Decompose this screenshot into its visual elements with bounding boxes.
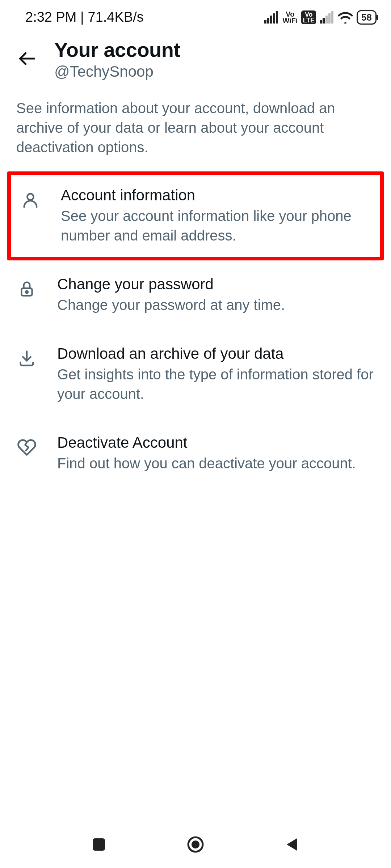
- svg-marker-17: [287, 838, 297, 851]
- back-button[interactable]: [14, 46, 40, 71]
- header: Your account @TechySnoop: [0, 34, 391, 88]
- item-title: Account information: [61, 187, 371, 204]
- status-time: 2:32 PM | 71.4KB/s: [25, 9, 144, 25]
- item-change-password[interactable]: Change your password Change your passwor…: [0, 260, 391, 330]
- triangle-left-icon: [285, 837, 300, 852]
- svg-rect-0: [264, 20, 266, 24]
- svg-rect-14: [93, 838, 105, 851]
- svg-rect-2: [270, 16, 272, 24]
- vowifi-icon: Vo WiFi: [282, 11, 298, 24]
- item-desc: Get insights into the type of informatio…: [57, 365, 375, 404]
- item-account-information[interactable]: Account information See your account inf…: [7, 171, 384, 260]
- svg-rect-4: [276, 11, 278, 24]
- svg-rect-9: [331, 11, 333, 24]
- svg-rect-7: [325, 16, 328, 24]
- square-icon: [91, 837, 106, 852]
- person-icon: [20, 190, 41, 210]
- page-title: Your account: [54, 38, 180, 61]
- item-desc: See your account information like your p…: [61, 206, 371, 245]
- item-desc: Change your password at any time.: [57, 295, 285, 315]
- svg-rect-5: [320, 20, 322, 24]
- lock-icon: [16, 278, 37, 299]
- item-download-archive[interactable]: Download an archive of your data Get ins…: [0, 330, 391, 419]
- svg-rect-8: [328, 13, 331, 24]
- settings-list: Account information See your account inf…: [0, 171, 391, 488]
- item-title: Change your password: [57, 276, 285, 293]
- item-title: Download an archive of your data: [57, 345, 375, 362]
- signal-full-icon: [264, 11, 279, 24]
- volte-icon: Vo LTE: [301, 10, 316, 24]
- battery-icon: 58: [357, 10, 377, 25]
- svg-rect-3: [273, 13, 275, 24]
- status-indicators: Vo WiFi Vo LTE 58: [264, 10, 377, 25]
- signal-partial-icon: [320, 11, 334, 24]
- item-deactivate-account[interactable]: Deactivate Account Find out how you can …: [0, 419, 391, 488]
- header-text: Your account @TechySnoop: [54, 38, 180, 80]
- svg-rect-1: [267, 18, 269, 24]
- download-icon: [16, 348, 37, 369]
- page-description: See information about your account, down…: [0, 88, 391, 171]
- status-bar: 2:32 PM | 71.4KB/s Vo WiFi Vo LTE: [0, 0, 391, 34]
- svg-point-11: [27, 194, 33, 200]
- wifi-icon: [338, 11, 353, 24]
- arrow-left-icon: [18, 49, 37, 68]
- svg-point-13: [26, 291, 28, 293]
- system-nav-bar: [0, 826, 391, 863]
- svg-rect-6: [323, 18, 325, 24]
- item-desc: Find out how you can deactivate your acc…: [57, 454, 356, 473]
- recents-button[interactable]: [88, 834, 110, 855]
- home-button[interactable]: [185, 834, 206, 855]
- circle-icon: [186, 835, 205, 854]
- svg-point-16: [192, 841, 199, 848]
- broken-heart-icon: [16, 437, 37, 458]
- page-subtitle: @TechySnoop: [54, 63, 180, 80]
- item-title: Deactivate Account: [57, 434, 356, 451]
- back-nav-button[interactable]: [281, 834, 303, 855]
